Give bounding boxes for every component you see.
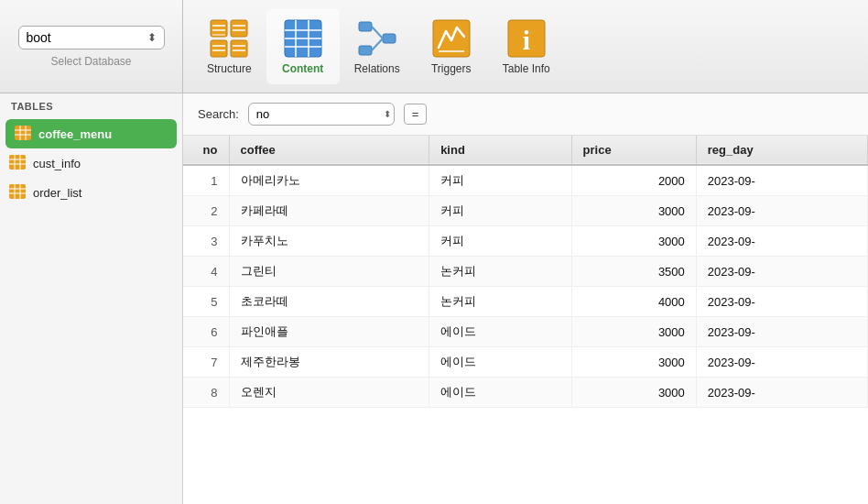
cell-kind: 에이드 [429, 378, 571, 408]
table-row[interactable]: 5초코라떼논커피40002023-09- [183, 287, 868, 317]
col-header-kind: kind [429, 136, 571, 165]
cell-reg_day: 2023-09- [696, 257, 867, 287]
cell-reg_day: 2023-09- [696, 287, 867, 317]
data-table: no coffee kind price reg_day 1아메리카노커피200… [183, 136, 868, 504]
svg-rect-33 [9, 155, 26, 170]
table-row[interactable]: 1아메리카노커피20002023-09- [183, 165, 868, 196]
triggers-button[interactable]: Triggers [415, 9, 488, 84]
table-header-row: no coffee kind price reg_day [183, 136, 868, 165]
cell-no: 8 [183, 378, 229, 408]
cell-price: 3000 [571, 317, 696, 347]
cell-coffee: 카푸치노 [229, 226, 429, 257]
cell-coffee: 오렌지 [229, 378, 429, 408]
table-body: 1아메리카노커피20002023-09-2카페라떼커피30002023-09-3… [183, 165, 868, 408]
sidebar-item-cust_info[interactable]: cust_info [0, 148, 182, 178]
sidebar-item-order_list[interactable]: order_list [0, 178, 182, 207]
cell-price: 3500 [571, 257, 696, 287]
equals-button[interactable]: = [404, 104, 428, 125]
table-row[interactable]: 4그린티논커피35002023-09- [183, 257, 868, 287]
cell-no: 1 [183, 165, 229, 196]
sidebar-table-name-coffee_menu: coffee_menu [38, 127, 112, 141]
svg-rect-19 [359, 22, 372, 31]
cell-coffee: 카페라떼 [229, 196, 429, 226]
stepper-icon: ⬍ [147, 31, 157, 44]
cell-price: 3000 [571, 196, 696, 226]
content-button[interactable]: Content [266, 9, 340, 84]
svg-line-23 [372, 38, 383, 50]
svg-rect-28 [15, 126, 31, 140]
svg-rect-1 [211, 40, 227, 57]
triggers-icon [431, 18, 472, 59]
cell-reg_day: 2023-09- [696, 378, 867, 408]
sidebar-table-name-order_list: order_list [33, 186, 81, 200]
svg-rect-2 [231, 20, 247, 37]
triggers-label: Triggers [431, 62, 472, 75]
cell-kind: 커피 [429, 165, 571, 196]
cell-no: 3 [183, 226, 229, 257]
table-row[interactable]: 6파인애플에이드30002023-09- [183, 317, 868, 347]
cell-no: 7 [183, 347, 229, 378]
search-bar: Search: ⬍ = [183, 93, 868, 136]
main-area: TABLES coffee_menu [0, 93, 868, 504]
cell-kind: 커피 [429, 196, 571, 226]
cell-price: 3000 [571, 347, 696, 378]
cell-kind: 에이드 [429, 347, 571, 378]
db-name-label: boot [27, 30, 51, 45]
tables-section-header: TABLES [0, 93, 182, 119]
db-select-control[interactable]: boot ⬍ [18, 26, 165, 49]
structure-icon [209, 18, 249, 59]
records-table: no coffee kind price reg_day 1아메리카노커피200… [183, 136, 868, 408]
cell-reg_day: 2023-09- [696, 196, 867, 226]
svg-line-22 [372, 27, 383, 38]
cell-reg_day: 2023-09- [696, 165, 867, 196]
tableinfo-label: Table Info [503, 62, 550, 75]
svg-rect-0 [211, 20, 227, 37]
tableinfo-button[interactable]: i Table Info [488, 9, 565, 84]
table-icon-coffee_menu [15, 126, 31, 142]
cell-reg_day: 2023-09- [696, 226, 867, 257]
sidebar-table-name-cust_info: cust_info [33, 157, 81, 170]
relations-label: Relations [354, 62, 400, 75]
cell-coffee: 그린티 [229, 257, 429, 287]
structure-button[interactable]: Structure [192, 9, 266, 84]
cell-price: 3000 [571, 378, 696, 408]
sidebar-item-coffee_menu[interactable]: coffee_menu [5, 119, 177, 148]
cell-no: 4 [183, 257, 229, 287]
search-input-wrapper: ⬍ [248, 103, 395, 126]
search-label: Search: [198, 107, 239, 121]
table-icon-order_list [9, 184, 26, 201]
table-icon-cust_info [9, 155, 26, 171]
content-icon [283, 18, 323, 59]
svg-rect-3 [231, 40, 247, 57]
cell-coffee: 초코라떼 [229, 287, 429, 317]
sidebar: TABLES coffee_menu [0, 93, 183, 504]
cell-coffee: 파인애플 [229, 317, 429, 347]
cell-price: 3000 [571, 226, 696, 257]
cell-no: 2 [183, 196, 229, 226]
cell-price: 4000 [571, 287, 696, 317]
table-row[interactable]: 3카푸치노커피30002023-09- [183, 226, 868, 257]
cell-kind: 에이드 [429, 317, 571, 347]
search-input[interactable] [248, 103, 395, 126]
table-row[interactable]: 8오렌지에이드30002023-09- [183, 378, 868, 408]
cell-kind: 논커피 [429, 257, 571, 287]
cell-price: 2000 [571, 165, 696, 196]
structure-label: Structure [207, 62, 252, 75]
cell-no: 6 [183, 317, 229, 347]
cell-coffee: 제주한라봉 [229, 347, 429, 378]
col-header-reg_day: reg_day [696, 136, 867, 165]
col-header-price: price [571, 136, 696, 165]
relations-icon [357, 18, 397, 59]
col-header-no: no [183, 136, 229, 165]
cell-kind: 논커피 [429, 287, 571, 317]
table-row[interactable]: 7제주한라봉에이드30002023-09- [183, 347, 868, 378]
cell-coffee: 아메리카노 [229, 165, 429, 196]
toolbar-buttons: Structure Content [183, 0, 868, 93]
toolbar: boot ⬍ Select Database [0, 0, 868, 93]
content-area: Search: ⬍ = no coffee kind price reg_day [183, 93, 868, 504]
relations-button[interactable]: Relations [340, 9, 415, 84]
search-stepper-icon[interactable]: ⬍ [384, 109, 391, 119]
table-row[interactable]: 2카페라떼커피30002023-09- [183, 196, 868, 226]
tableinfo-icon: i [506, 18, 547, 59]
svg-rect-20 [359, 46, 372, 55]
